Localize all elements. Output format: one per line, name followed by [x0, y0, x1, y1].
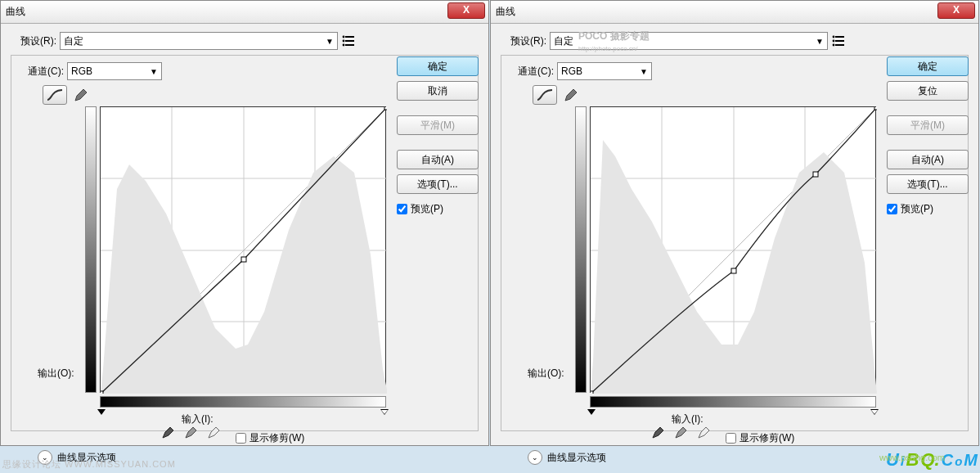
output-gradient: [575, 106, 587, 393]
white-eyedropper[interactable]: [203, 423, 226, 441]
channel-combo[interactable]: RGB ▼: [67, 62, 162, 80]
svg-rect-5: [345, 44, 354, 46]
close-icon: X: [953, 4, 960, 16]
svg-rect-31: [813, 172, 818, 177]
show-clipping-label: 显示修剪(W): [739, 431, 794, 445]
preview-label: 预览(P): [901, 202, 933, 216]
svg-rect-29: [591, 391, 593, 394]
expand-label: 曲线显示选项: [547, 451, 606, 465]
chevron-down-icon: ▼: [326, 37, 334, 46]
svg-point-2: [343, 36, 345, 38]
svg-point-20: [833, 44, 835, 47]
titlebar[interactable]: 曲线 X: [491, 1, 978, 24]
svg-rect-32: [874, 107, 877, 110]
white-point-slider[interactable]: [870, 409, 879, 415]
watermark-bottom-right: www.psahg.com UiBQ.CoM: [886, 449, 978, 471]
svg-rect-3: [345, 36, 354, 38]
curve-tool-button[interactable]: [533, 85, 557, 105]
preset-value: 自定: [64, 34, 83, 48]
close-button[interactable]: X: [447, 2, 485, 19]
black-point-slider[interactable]: [587, 409, 596, 415]
preview-checkbox[interactable]: 预览(P): [887, 202, 969, 216]
black-point-slider[interactable]: [97, 409, 106, 415]
show-clipping-input[interactable]: [726, 433, 736, 444]
svg-rect-30: [731, 268, 736, 273]
svg-rect-13: [101, 391, 103, 394]
expand-icon: ⌄: [528, 450, 542, 465]
chevron-down-icon: ▼: [150, 67, 158, 76]
curves-dialog-right: 曲线 X 预设(R): 自定 POCO 摄影专题 http://photo.po…: [490, 0, 979, 446]
svg-rect-17: [835, 40, 844, 42]
svg-point-18: [833, 36, 835, 38]
input-gradient: [590, 396, 876, 408]
poco-watermark: POCO 摄影专题 http://photo.poco.cn/: [578, 29, 816, 52]
output-gradient: [85, 106, 97, 393]
preview-label: 预览(P): [411, 202, 443, 216]
curves-dialog-left: 曲线 X 预设(R): 自定 ▼ 通道(C): RGB ▼: [0, 0, 489, 446]
options-button[interactable]: 选项(T)...: [887, 174, 969, 194]
white-point-slider[interactable]: [380, 409, 389, 415]
watermark-bottom-left: 思缘设计论坛 WWW.MISSYUAN.COM: [2, 458, 176, 471]
preset-menu-icon[interactable]: [341, 34, 356, 48]
window-title: 曲线: [6, 5, 25, 19]
channel-value: RGB: [71, 65, 92, 77]
preview-input[interactable]: [397, 204, 407, 214]
smooth-button[interactable]: 平滑(M): [397, 115, 479, 135]
channel-label: 通道(C):: [18, 65, 64, 79]
preset-menu-icon[interactable]: [831, 34, 846, 48]
preset-value: 自定: [554, 34, 573, 48]
svg-point-16: [833, 40, 835, 43]
auto-button[interactable]: 自动(A): [887, 150, 969, 169]
channel-combo[interactable]: RGB ▼: [557, 62, 652, 80]
preset-combo[interactable]: 自定 ▼: [60, 32, 338, 50]
chevron-down-icon: ▼: [816, 37, 824, 46]
chevron-down-icon: ▼: [640, 67, 648, 76]
output-label: 输出(O):: [528, 367, 564, 381]
channel-value: RGB: [561, 65, 582, 77]
svg-rect-19: [835, 36, 844, 38]
preset-label: 预设(R):: [501, 34, 546, 48]
curves-graph[interactable]: [590, 106, 876, 393]
preview-checkbox[interactable]: 预览(P): [397, 202, 479, 216]
cancel-button[interactable]: 复位: [887, 81, 969, 101]
pencil-tool-button[interactable]: [69, 85, 93, 105]
show-clipping-label: 显示修剪(W): [249, 431, 304, 445]
white-eyedropper[interactable]: [693, 423, 716, 441]
options-button[interactable]: 选项(T)...: [397, 174, 479, 194]
svg-rect-21: [835, 44, 844, 46]
show-clipping-checkbox[interactable]: 显示修剪(W): [726, 431, 794, 445]
ok-button[interactable]: 确定: [397, 56, 479, 76]
svg-rect-15: [384, 107, 387, 110]
titlebar[interactable]: 曲线 X: [1, 1, 488, 24]
ok-button[interactable]: 确定: [887, 56, 969, 76]
show-clipping-input[interactable]: [236, 433, 246, 444]
black-eyedropper[interactable]: [647, 423, 670, 441]
cancel-button[interactable]: 取消: [397, 81, 479, 101]
input-gradient: [100, 396, 386, 408]
gray-eyedropper[interactable]: [180, 423, 203, 441]
show-clipping-checkbox[interactable]: 显示修剪(W): [236, 431, 304, 445]
window-title: 曲线: [496, 5, 515, 19]
svg-point-0: [343, 40, 345, 43]
close-icon: X: [463, 4, 470, 16]
preview-input[interactable]: [887, 204, 897, 214]
output-label: 输出(O):: [38, 367, 74, 381]
curve-tool-button[interactable]: [43, 85, 67, 105]
svg-rect-14: [241, 257, 246, 262]
smooth-button[interactable]: 平滑(M): [887, 115, 969, 135]
pencil-tool-button[interactable]: [559, 85, 583, 105]
svg-rect-1: [345, 40, 354, 42]
channel-label: 通道(C):: [508, 65, 554, 79]
close-button[interactable]: X: [937, 2, 975, 19]
auto-button[interactable]: 自动(A): [397, 150, 479, 169]
curves-graph[interactable]: [100, 106, 386, 393]
preset-label: 预设(R):: [11, 34, 56, 48]
svg-point-4: [343, 44, 345, 47]
black-eyedropper[interactable]: [157, 423, 180, 441]
gray-eyedropper[interactable]: [670, 423, 693, 441]
preset-combo[interactable]: 自定 POCO 摄影专题 http://photo.poco.cn/ ▼: [550, 32, 828, 50]
